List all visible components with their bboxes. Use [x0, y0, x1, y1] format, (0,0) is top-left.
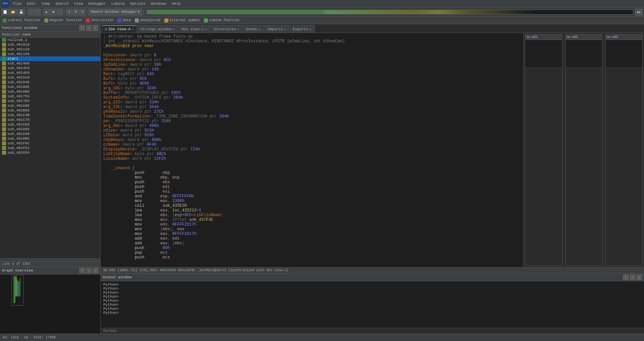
legend-data: Data: [117, 18, 131, 22]
disasm-instr-push-esi: push esi: [101, 189, 523, 194]
toolbar-sep3: [64, 9, 65, 15]
disasm-var-lcdata: LCData= word ptr 5C8h: [101, 133, 523, 138]
disasm-view[interactable]: ; Attributes: bp-based frame fuzzy-sp ; …: [101, 33, 523, 267]
toolbar: 📄 📂 💾 ← → ▶ ■ ↓ X N H Remote Windows deb…: [0, 7, 644, 17]
func-item-sub_4014A0[interactable]: sub_4014A0: [0, 61, 100, 66]
functions-scrollbar-h[interactable]: [0, 258, 100, 261]
func-item-sub_401510[interactable]: sub_401510: [0, 75, 100, 80]
output-restore[interactable]: □: [623, 275, 629, 280]
menu-help[interactable]: Help: [169, 1, 183, 6]
menu-edit[interactable]: Edit: [24, 1, 38, 6]
tab-enums[interactable]: Enums ✕: [243, 25, 264, 33]
func-item-sub_401CE9[interactable]: sub_401CE9: [0, 122, 100, 127]
python-tab[interactable]: Python: [101, 328, 644, 334]
disasm-instr-push-edi: push edi: [101, 185, 523, 189]
menu-lumina[interactable]: Lumina: [109, 1, 127, 6]
menu-debugger[interactable]: Debugger: [86, 1, 109, 6]
func-item-sub_401540[interactable]: sub_401540: [0, 80, 100, 85]
menu-options[interactable]: Options: [127, 1, 148, 6]
legend-library: Library function: [3, 18, 40, 22]
menu-view[interactable]: View: [71, 1, 86, 6]
func-icon-reg3: [2, 52, 6, 56]
func-item-sub_4016B6[interactable]: sub_4016B6: [0, 89, 100, 94]
func-item-sub_401D05[interactable]: sub_401D05: [0, 127, 100, 132]
func-item-sub_401C78[interactable]: sub_401C78: [0, 117, 100, 122]
tab-exports-close[interactable]: ✕: [310, 27, 312, 31]
func-item-sub_402034[interactable]: sub_402034: [0, 150, 100, 155]
func-item-sub_401A6E[interactable]: sub_401A6E: [0, 103, 100, 108]
output-close[interactable]: ✕: [637, 275, 642, 280]
tab-structures-close[interactable]: ✕: [237, 27, 239, 31]
func-item-nullsub_1[interactable]: nullsub_1: [0, 38, 100, 42]
disasm-var-csubkeys: cSubKeys= dword ptr 688h: [101, 138, 523, 142]
toolbar-stop[interactable]: ■: [50, 9, 56, 15]
functions-float[interactable]: ↗: [86, 25, 92, 31]
toolbar-back[interactable]: ←: [28, 9, 34, 15]
tab-structures[interactable]: Structures ✕: [211, 25, 243, 33]
tab-strings-close[interactable]: ✕: [173, 27, 175, 31]
func-item-sub_4014E0[interactable]: sub_4014E0: [0, 70, 100, 75]
func-icon-reg10: [2, 90, 6, 94]
func-icon-reg12: [2, 99, 6, 103]
func-item-sub_401110[interactable]: sub_401110: [0, 47, 100, 52]
toolbar-forward[interactable]: →: [35, 9, 41, 15]
func-item-sub_401C4B[interactable]: sub_401C4B: [0, 113, 100, 117]
func-icon-reg22: [2, 146, 6, 150]
status-percent: 80.00%: [103, 269, 115, 272]
disasm-proc-name: _WinMain@16 proc near: [101, 44, 523, 48]
tab-enums-close[interactable]: ✕: [259, 27, 261, 31]
tab-exports[interactable]: Exports ✕: [290, 25, 315, 33]
menu-jump[interactable]: Jump: [39, 1, 53, 6]
tab-imports[interactable]: Imports ✕: [264, 25, 289, 33]
func-icon-reg16: [2, 118, 6, 122]
toolbar-open[interactable]: 📂: [9, 9, 17, 15]
toolbar-run[interactable]: ▶: [44, 9, 50, 15]
graph-minimize[interactable]: □: [79, 268, 85, 273]
func-item-sub_40166E[interactable]: sub_40166E: [0, 85, 100, 89]
toolbar-end[interactable]: ▶▶: [635, 9, 643, 15]
functions-list[interactable]: nullsub_1 sub_401010 sub_401110 sub_4011…: [0, 38, 100, 258]
func-item-sub_401B66[interactable]: sub_401B66: [0, 108, 100, 113]
toolbar-step[interactable]: ↓: [57, 9, 63, 15]
graph-float[interactable]: ↗: [86, 268, 92, 273]
func-item-sub_4014C0[interactable]: sub_4014C0: [0, 66, 100, 70]
menu-file[interactable]: File: [10, 1, 24, 6]
func-item-sub_4017E5[interactable]: sub_4017E5: [0, 99, 100, 103]
tab-ida-view-a[interactable]: ■ IDA View-A ✕: [102, 25, 137, 33]
func-icon-reg14: [2, 108, 6, 112]
svg-rect-0: [13, 276, 15, 303]
tab-imports-close[interactable]: ✕: [284, 27, 286, 31]
disasm-instr-mov-edx: mov edx, 0FFFF2517h: [101, 222, 523, 227]
func-item-sub_401FE2[interactable]: sub_401FE2: [0, 146, 100, 150]
menu-search[interactable]: Search: [53, 1, 71, 6]
tab-hex-close[interactable]: ✕: [205, 27, 207, 31]
toolbar-new[interactable]: 📄: [1, 9, 9, 15]
functions-close[interactable]: ✕: [93, 25, 98, 31]
output-float[interactable]: ↗: [630, 275, 635, 280]
legend-lumina-label: Lumina function: [209, 18, 239, 22]
func-item-sub_401010[interactable]: sub_401010: [0, 42, 100, 47]
graph-close[interactable]: ✕: [93, 268, 98, 273]
toolbar-hex[interactable]: H: [79, 9, 86, 15]
legend-unexplored-label: Unexplored: [140, 18, 160, 22]
func-item-start[interactable]: start: [0, 56, 100, 61]
legend-external-dot: [164, 18, 168, 22]
content-area: ; Attributes: bp-based frame fuzzy-sp ; …: [101, 33, 644, 267]
func-item-sub_401753[interactable]: sub_401753: [0, 94, 100, 99]
func-item-sub_401150[interactable]: sub_401150: [0, 52, 100, 56]
func-item-sub_401D38[interactable]: sub_401D38: [0, 132, 100, 136]
tab-hex-view[interactable]: Hex View-1 ✕: [179, 25, 210, 33]
toolbar-xref[interactable]: X: [66, 9, 72, 15]
toolbar-save[interactable]: 💾: [17, 9, 25, 15]
toolbar-names[interactable]: N: [73, 9, 79, 15]
func-icon-reg8: [2, 80, 6, 84]
func-item-sub_401DB5[interactable]: sub_401DB5: [0, 136, 100, 141]
func-item-sub_401F9C[interactable]: sub_401F9C: [0, 141, 100, 146]
menu-windows[interactable]: Windows: [148, 1, 169, 6]
functions-minimize[interactable]: □: [79, 25, 85, 31]
tab-strings[interactable]: Strings window ✕: [138, 25, 178, 33]
output-content[interactable]: Python> Python> Python> Python> Python> …: [101, 281, 644, 328]
tab-ida-close[interactable]: ✕: [132, 27, 134, 31]
func-name-sub_401C4B: sub_401C4B: [7, 113, 30, 117]
toolbar-remote-debugger[interactable]: Remote Windows debugger ▼: [89, 9, 142, 15]
